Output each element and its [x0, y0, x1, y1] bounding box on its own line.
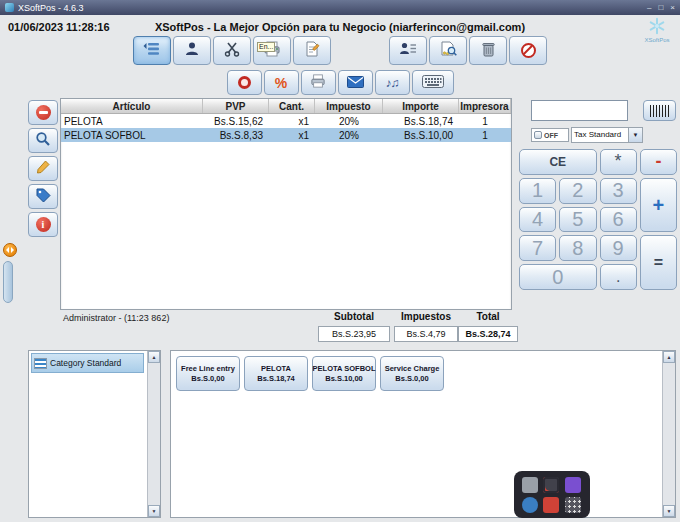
toolbar-spacer	[332, 36, 388, 65]
category-item-standard[interactable]: Category Standard	[31, 353, 144, 373]
scroll-up-icon[interactable]: ▲	[663, 351, 675, 363]
category-label: Category Standard	[50, 358, 121, 368]
key-multiply[interactable]: *	[600, 149, 637, 175]
customer-list-button[interactable]	[389, 36, 427, 65]
magnifier-icon	[35, 131, 51, 151]
categories-scrollbar[interactable]: ▲ ▼	[147, 351, 160, 517]
key-0[interactable]: 0	[519, 264, 597, 290]
quick-item-free-line[interactable]: Free Line entry Bs.S.0,00	[176, 356, 240, 391]
page-title: XSoftPos - La Mejor Opción para tu Negoc…	[90, 21, 590, 33]
column-header-cant[interactable]: Cant.	[269, 99, 315, 113]
product-name: PELOTA	[261, 364, 291, 374]
barcode-button[interactable]	[643, 100, 676, 121]
product-price: Bs.S.10,00	[325, 374, 363, 384]
record-button[interactable]	[227, 70, 262, 95]
print-button[interactable]: En...	[253, 36, 291, 65]
products-scrollbar[interactable]: ▲ ▼	[662, 351, 675, 517]
side-panel-handle[interactable]	[3, 261, 13, 303]
cell-importe: Bs.S.10,00	[383, 128, 459, 142]
quick-item-service-charge[interactable]: Service Charge Bs.S.0,00	[380, 356, 444, 391]
key-1[interactable]: 1	[519, 178, 556, 204]
cell-articulo: PELOTA SOFBOL	[61, 128, 203, 142]
tray-app-icon[interactable]	[522, 497, 538, 513]
cell-articulo: PELOTA	[61, 114, 203, 128]
total-label: Total	[458, 311, 518, 322]
tag-button[interactable]	[28, 184, 58, 209]
key-dot[interactable]: .	[600, 264, 637, 290]
main-toolbar: En...	[0, 36, 680, 65]
product-price: Bs.S.0,00	[191, 374, 224, 384]
tray-app-icon[interactable]	[543, 497, 559, 513]
product-name: Service Charge	[385, 364, 440, 374]
minimize-button[interactable]: –	[647, 3, 651, 12]
system-tray-popup	[514, 471, 590, 518]
minus-circle-icon	[36, 105, 51, 120]
info-button[interactable]: i	[28, 212, 58, 237]
key-2[interactable]: 2	[559, 178, 596, 204]
record-icon	[238, 76, 251, 89]
key-clear[interactable]: CE	[519, 149, 597, 175]
operator-status: Administrator - (11:23 862)	[63, 313, 169, 323]
key-3[interactable]: 3	[600, 178, 637, 204]
document-button[interactable]	[293, 36, 331, 65]
tray-app-icon[interactable]	[522, 477, 538, 493]
key-4[interactable]: 4	[519, 207, 556, 233]
scroll-down-icon[interactable]: ▼	[148, 505, 160, 517]
key-9[interactable]: 9	[600, 235, 637, 261]
app-icon	[5, 3, 14, 12]
sound-button[interactable]: ♪♫	[375, 70, 410, 95]
key-6[interactable]: 6	[600, 207, 637, 233]
products-panel: Free Line entry Bs.S.0,00 PELOTA Bs.S.18…	[170, 350, 676, 518]
search-invoice-button[interactable]	[429, 36, 467, 65]
remove-line-button[interactable]	[28, 100, 58, 125]
cell-cant: x1	[269, 128, 315, 142]
pencil-icon	[35, 159, 51, 179]
tax-selected-value: Tax Standard	[572, 128, 628, 142]
edit-line-button[interactable]	[28, 156, 58, 181]
keyboard-icon	[422, 74, 444, 92]
column-header-articulo[interactable]: Artículo	[61, 99, 203, 113]
cancel-button[interactable]	[509, 36, 547, 65]
print-ticket-button[interactable]	[301, 70, 336, 95]
secondary-toolbar: % ♪♫	[0, 70, 680, 95]
column-header-pvp[interactable]: PVP	[203, 99, 269, 113]
key-7[interactable]: 7	[519, 235, 556, 261]
column-header-impuesto[interactable]: Impuesto	[315, 99, 383, 113]
tax-toggle[interactable]: OFF	[531, 128, 569, 142]
tray-app-icon[interactable]	[543, 477, 559, 493]
cut-button[interactable]	[213, 36, 251, 65]
cell-pvp: Bs.S.15,62	[203, 114, 269, 128]
info-icon: i	[36, 217, 51, 232]
table-row-selected[interactable]: PELOTA SOFBOL Bs.S.8,33 x1 20% Bs.S.10,0…	[61, 128, 511, 142]
discount-button[interactable]: %	[264, 70, 299, 95]
tax-dropdown[interactable]: Tax Standard ▼	[571, 127, 643, 143]
email-button[interactable]	[338, 70, 373, 95]
tray-app-icon[interactable]	[565, 497, 581, 513]
orders-button[interactable]	[133, 36, 171, 65]
key-5[interactable]: 5	[559, 207, 596, 233]
quick-item-pelota-sofbol[interactable]: PELOTA SOFBOL Bs.S.10,00	[312, 356, 376, 391]
delete-button[interactable]	[469, 36, 507, 65]
scroll-up-icon[interactable]: ▲	[148, 351, 160, 363]
tray-app-icon[interactable]	[565, 477, 581, 493]
panel-collapse-button[interactable]	[3, 243, 17, 257]
key-plus[interactable]: +	[640, 178, 677, 233]
column-header-importe[interactable]: Importe	[383, 99, 459, 113]
scan-input[interactable]	[531, 100, 628, 121]
customer-button[interactable]	[173, 36, 211, 65]
key-equals[interactable]: =	[640, 235, 677, 290]
product-name: Free Line entry	[181, 364, 235, 374]
close-button[interactable]: ×	[670, 3, 675, 12]
table-row[interactable]: PELOTA Bs.S.15,62 x1 20% Bs.S.18,74 1	[61, 114, 511, 128]
scroll-down-icon[interactable]: ▼	[663, 505, 675, 517]
product-name: PELOTA SOFBOL	[313, 364, 376, 374]
key-minus[interactable]: -	[640, 149, 677, 175]
search-article-button[interactable]	[28, 128, 58, 153]
cell-impresora: 1	[459, 128, 511, 142]
key-8[interactable]: 8	[559, 235, 596, 261]
quick-item-pelota[interactable]: PELOTA Bs.S.18,74	[244, 356, 308, 391]
music-notes-icon: ♪♫	[386, 76, 399, 90]
maximize-button[interactable]: □	[658, 3, 663, 12]
keyboard-button[interactable]	[412, 70, 454, 95]
column-header-impresora[interactable]: Impresora	[459, 99, 511, 113]
